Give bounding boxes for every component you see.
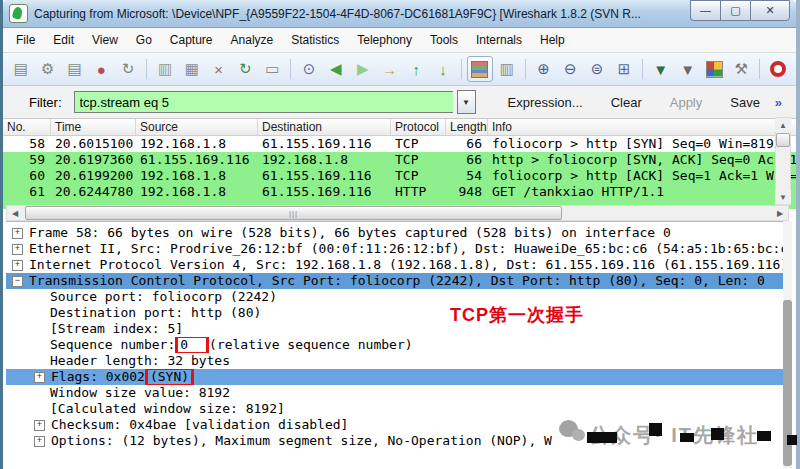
detail-row-tcp-checksum[interactable]: +Checksum: 0x4bae [validation disabled] — [6, 417, 789, 433]
column-header-source[interactable]: Source — [136, 119, 258, 135]
red-highlight-box: 0 — [175, 337, 209, 353]
detail-row-tcp-header-length[interactable]: Header length: 32 bytes — [6, 353, 789, 369]
capture-stop-icon[interactable]: ● — [88, 56, 114, 82]
packet-list-hscrollbar[interactable]: ◀ ||| ▶ — [6, 205, 789, 221]
zoom-100-icon[interactable]: ⊜ — [584, 56, 610, 82]
column-header-protocol[interactable]: Protocol — [391, 119, 446, 135]
scroll-up-arrow-icon[interactable]: ▲ — [775, 118, 791, 132]
scroll-down-arrow-icon[interactable]: ▼ — [775, 190, 791, 204]
expand-icon[interactable]: + — [12, 228, 23, 239]
packet-list-vscrollbar[interactable]: ▲ ▼ — [775, 117, 791, 205]
collapse-icon[interactable]: − — [12, 276, 23, 287]
cell-protocol: TCP — [391, 136, 446, 152]
detail-row-tcp-source-port[interactable]: Source port: foliocorp (2242) — [6, 289, 789, 305]
zoom-out-icon[interactable]: ⊖ — [557, 56, 583, 82]
go-forward-icon[interactable]: ▶ — [350, 56, 376, 82]
maximize-button[interactable]: ▢ — [720, 0, 750, 21]
go-back-icon[interactable]: ◀ — [323, 56, 349, 82]
detail-row-tcp-sequence-number[interactable]: Sequence number: 0 (relative sequence nu… — [6, 337, 789, 353]
filter-dropdown-button[interactable]: ▼ — [457, 90, 476, 114]
open-file-icon[interactable]: ▥ — [152, 56, 178, 82]
filter-bar: Filter: ▼ Expression...ClearApplySave » — [3, 86, 796, 119]
go-to-packet-icon[interactable]: → — [377, 56, 403, 82]
detail-row-tcp-window-size[interactable]: Window size value: 8192 — [6, 385, 789, 401]
detail-row-tcp-stream-index[interactable]: [Stream index: 5] — [6, 321, 789, 337]
expand-icon[interactable]: + — [12, 260, 23, 271]
scroll-left-arrow-icon[interactable]: ◀ — [7, 206, 23, 220]
preferences-icon[interactable]: ⚒ — [728, 56, 754, 82]
close-file-icon[interactable]: × — [206, 56, 232, 82]
column-header-time[interactable]: Time — [51, 119, 136, 135]
vscrollbar-thumb[interactable] — [776, 133, 790, 147]
help-icon[interactable] — [765, 56, 791, 82]
colorize-icon[interactable] — [467, 56, 493, 82]
print-icon[interactable]: ▭ — [259, 56, 285, 82]
cell-length: 66 — [446, 136, 488, 152]
apply-button[interactable]: Apply — [670, 95, 703, 110]
detail-row-tcp-calculated-window[interactable]: [Calculated window size: 8192] — [6, 401, 789, 417]
clear-button[interactable]: Clear — [611, 95, 642, 110]
cell-time: 20.6244780 — [51, 184, 136, 200]
detail-row-ip[interactable]: +Internet Protocol Version 4, Src: 192.1… — [6, 257, 789, 273]
expand-icon[interactable]: + — [34, 372, 45, 383]
menu-edit[interactable]: Edit — [44, 29, 83, 51]
menu-view[interactable]: View — [83, 29, 127, 51]
go-to-bottom-icon[interactable]: ↓ — [430, 56, 456, 82]
expression-button[interactable]: Expression... — [508, 95, 583, 110]
zoom-in-icon[interactable]: ⊕ — [531, 56, 557, 82]
capture-start-icon[interactable]: ▤ — [62, 56, 88, 82]
menu-telephony[interactable]: Telephony — [348, 29, 421, 51]
detail-row-ethernet[interactable]: +Ethernet II, Src: Prodrive_26:12:bf (00… — [6, 241, 789, 257]
scroll-right-arrow-icon[interactable]: ▶ — [772, 206, 788, 220]
detail-row-tcp-flags[interactable]: +Flags: 0x002 (SYN) — [6, 369, 789, 385]
column-header-length[interactable]: Length — [446, 119, 488, 135]
go-to-top-icon[interactable]: ↑ — [403, 56, 429, 82]
capture-restart-icon[interactable]: ↻ — [115, 56, 141, 82]
column-header-no[interactable]: No. — [3, 119, 51, 135]
packet-row[interactable]: 6120.6244780192.168.1.861.155.169.116HTT… — [3, 184, 796, 200]
menu-file[interactable]: File — [7, 29, 44, 51]
list-interfaces-icon[interactable]: ▤ — [8, 56, 34, 82]
menu-statistics[interactable]: Statistics — [282, 29, 348, 51]
filter-input[interactable] — [74, 91, 453, 113]
save-button[interactable]: Save — [730, 95, 760, 110]
menu-tools[interactable]: Tools — [421, 29, 467, 51]
hscrollbar-thumb[interactable]: ||| — [25, 206, 562, 220]
save-file-icon[interactable]: ▦ — [179, 56, 205, 82]
find-packet-icon[interactable]: ⊙ — [296, 56, 322, 82]
expand-icon[interactable]: + — [12, 244, 23, 255]
expand-icon[interactable]: + — [34, 420, 45, 431]
packet-row[interactable]: 5920.619736061.155.169.116192.168.1.8TCP… — [3, 152, 796, 168]
packet-row[interactable]: 6020.6199200192.168.1.861.155.169.116TCP… — [3, 168, 796, 184]
expand-icon[interactable]: + — [34, 436, 45, 447]
reload-icon[interactable]: ↻ — [233, 56, 259, 82]
filter-buttons: Expression...ClearApplySave — [480, 95, 760, 110]
title-bar[interactable]: Capturing from Microsoft: \Device\NPF_{A… — [3, 0, 796, 28]
column-header-info[interactable]: Info — [488, 119, 796, 135]
detail-row-frame[interactable]: +Frame 58: 66 bytes on wire (528 bits), … — [6, 225, 789, 241]
close-button[interactable]: ✕ — [750, 0, 790, 21]
detail-row-tcp[interactable]: −Transmission Control Protocol, Src Port… — [6, 273, 789, 289]
menu-go[interactable]: Go — [127, 29, 161, 51]
display-filter-icon[interactable]: ▼ — [675, 56, 701, 82]
toolbar-separator — [290, 59, 291, 79]
cell-destination: 61.155.169.116 — [258, 136, 391, 152]
column-header-destination[interactable]: Destination — [258, 119, 391, 135]
capture-options-icon[interactable]: ⚙ — [35, 56, 61, 82]
menu-internals[interactable]: Internals — [467, 29, 531, 51]
toolbar-overflow-chevron[interactable]: » — [775, 95, 788, 110]
coloring-rules-icon[interactable] — [702, 56, 728, 82]
detail-row-tcp-destination-port[interactable]: Destination port: http (80) — [6, 305, 789, 321]
capture-filter-icon[interactable]: ▼ — [648, 56, 674, 82]
menu-capture[interactable]: Capture — [161, 29, 222, 51]
minimize-button[interactable]: — — [690, 0, 720, 21]
packet-row[interactable]: 5820.6015100192.168.1.861.155.169.116TCP… — [3, 136, 796, 152]
detail-pane-scroll-thumb[interactable] — [783, 300, 792, 466]
cell-length: 948 — [446, 184, 488, 200]
detail-row-tcp-options[interactable]: +Options: (12 bytes), Maximum segment si… — [6, 433, 789, 449]
cell-time: 20.6199200 — [51, 168, 136, 184]
resize-columns-icon[interactable]: ⊞ — [611, 56, 637, 82]
menu-analyze[interactable]: Analyze — [222, 29, 283, 51]
autoscroll-icon[interactable]: ▥ — [494, 56, 520, 82]
menu-help[interactable]: Help — [531, 29, 574, 51]
